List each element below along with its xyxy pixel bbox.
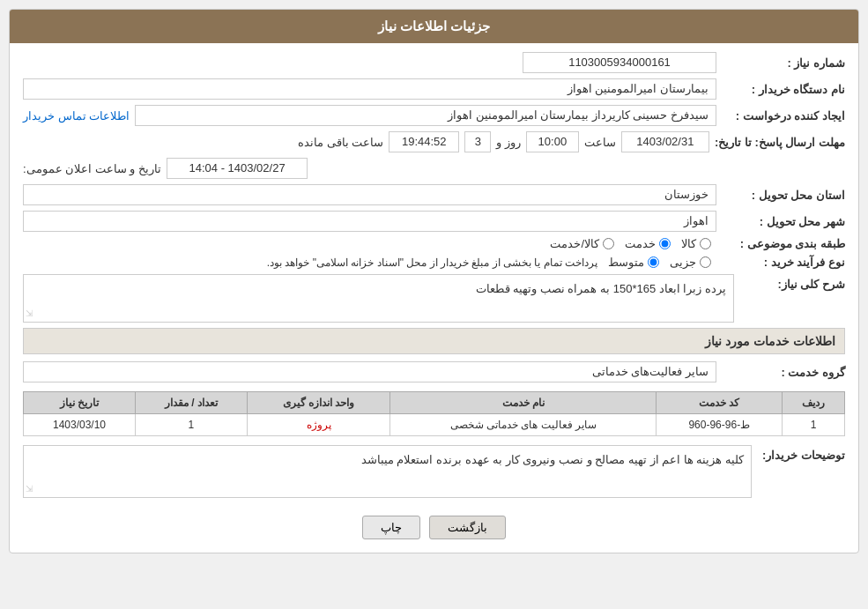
services-table: ردیف کد خدمت نام خدمت واحد اندازه گیری ت… (23, 391, 845, 436)
tawzih-row: توضیحات خریدار: کلیه هزینه ها اعم از تهی… (23, 445, 845, 498)
grooh-value: سایر فعالیت‌های خدماتی (23, 361, 716, 382)
nowpfrayand-label: نوع فرآیند خرید : (722, 256, 845, 269)
shomara-niaz-value: 1103005934000161 (523, 52, 716, 73)
sharh-value: پرده زبرا ابعاد 165*150 به همراه نصب وته… (23, 274, 734, 323)
radio-khadamat-input[interactable] (659, 238, 671, 249)
col-kod: کد خدمت (657, 392, 783, 414)
shahr-value: اهواز (23, 211, 716, 232)
table-cell: سایر فعالیت های خدماتی شخصی (390, 414, 657, 436)
table-row: 1ط-96-96-960سایر فعالیت های خدماتی شخصیپ… (24, 414, 845, 436)
table-cell: پروژه (247, 414, 390, 436)
sharh-row: شرح کلی نیاز: پرده زبرا ابعاد 165*150 به… (23, 274, 845, 323)
table-cell: 1403/03/10 (24, 414, 136, 436)
tawzih-value: کلیه هزینه ها اعم از تهیه مصالح و نصب ون… (23, 445, 752, 498)
nam-dastgah-value: بیمارستان امیرالمومنین اهواز (23, 78, 716, 100)
mohlat-roz-label: روز و (496, 136, 521, 149)
page-title: جزئیات اطلاعات نیاز (378, 19, 490, 33)
col-nam: نام خدمت (390, 392, 657, 414)
tarikh-elan-row: 1403/02/27 - 14:04 تاریخ و ساعت اعلان عم… (23, 158, 845, 179)
tabaqe-label: طبقه بندی موضوعی : (722, 237, 845, 250)
chap-button[interactable]: چاپ (362, 516, 420, 539)
mohlat-roz: 3 (464, 131, 491, 152)
shahr-label: شهر محل تحویل : (722, 215, 845, 228)
tarikh-elan-value: 1403/02/27 - 14:04 (167, 158, 308, 179)
page-wrapper: جزئیات اطلاعات نیاز شماره نیاز : 1103005… (0, 0, 868, 609)
grooh-label: گروه خدمت : (722, 366, 845, 379)
mohlat-time: 10:00 (526, 131, 579, 152)
resize-icon-2: ⇲ (26, 482, 33, 495)
grooh-row: گروه خدمت : سایر فعالیت‌های خدماتی (23, 361, 845, 382)
radio-jozee-input[interactable] (700, 256, 711, 268)
mohlat-date: 1403/02/31 (621, 131, 709, 152)
ijad-konande-label: ایجاد کننده درخواست : (722, 109, 845, 123)
tarikh-elan-label: تاریخ و ساعت اعلان عمومی: (23, 162, 161, 175)
ostan-row: استان محل تحویل : خوزستان (23, 184, 845, 205)
col-radif: ردیف (783, 392, 845, 414)
table-cell: 1 (135, 414, 247, 436)
sharh-label: شرح کلی نیاز: (739, 274, 845, 291)
radio-kala-label: کالا (681, 237, 696, 250)
tawzih-label: توضیحات خریدار: (757, 445, 845, 462)
radio-motawaset-input[interactable] (648, 256, 659, 268)
shomara-niaz-label: شماره نیاز : (722, 56, 845, 70)
ostan-label: استان محل تحویل : (722, 189, 845, 202)
main-card: جزئیات اطلاعات نیاز شماره نیاز : 1103005… (9, 9, 859, 553)
card-body: شماره نیاز : 1103005934000161 نام دستگاه… (10, 43, 858, 553)
col-tarikh: تاریخ نیاز (24, 392, 136, 414)
radio-kala-khadamat-input[interactable] (603, 238, 614, 249)
radio-khadamat-label: خدمت (625, 237, 656, 250)
table-cell: 1 (783, 414, 845, 436)
mohlat-time-label: ساعت (584, 136, 616, 149)
radio-motawaset-option: متوسط (608, 256, 659, 269)
mohlat-baqi-label: ساعت باقی مانده (298, 136, 383, 149)
shahr-row: شهر محل تحویل : اهواز (23, 211, 845, 232)
radio-motawaset-label: متوسط (608, 256, 644, 269)
radio-jozee-option: جزیی (670, 256, 711, 269)
ettelaat-tamas-link[interactable]: اطلاعات تماس خریدار (23, 109, 130, 123)
mohlat-row: مهلت ارسال پاسخ: تا تاریخ: 1403/02/31 سا… (23, 131, 845, 152)
table-cell: ط-96-96-960 (657, 414, 783, 436)
tabaqe-row: طبقه بندی موضوعی : کالا خدمت کالا/خدمت (23, 237, 845, 250)
nowpfrayand-row: نوع فرآیند خرید : جزیی متوسط پرداخت تمام… (23, 256, 845, 269)
ijad-konande-row: ایجاد کننده درخواست : سیدفرخ حسینی کاریر… (23, 105, 845, 126)
shomara-niaz-row: شماره نیاز : 1103005934000161 (23, 52, 845, 73)
radio-kala-khadamat-label: کالا/خدمت (550, 237, 599, 250)
col-tedad: تعداد / مقدار (135, 392, 247, 414)
nam-dastgah-label: نام دستگاه خریدار : (722, 83, 845, 96)
radio-kala-input[interactable] (700, 238, 711, 249)
ostan-value: خوزستان (23, 184, 716, 205)
nam-dastgah-row: نام دستگاه خریدار : بیمارستان امیرالمومن… (23, 78, 845, 100)
card-header: جزئیات اطلاعات نیاز (10, 10, 858, 43)
nowpfrayand-desc: پرداخت تمام یا بخشی از مبلغ خریدار از مح… (267, 256, 597, 269)
resize-icon: ⇲ (26, 307, 33, 320)
radio-khadamat-option: خدمت (625, 237, 671, 250)
mohlat-saat: 19:44:52 (389, 131, 459, 152)
radio-jozee-label: جزیی (670, 256, 696, 269)
buttons-row: بازگشت چاپ (23, 507, 845, 544)
col-wahed: واحد اندازه گیری (247, 392, 390, 414)
radio-kala-khadamat-option: کالا/خدمت (550, 237, 614, 250)
bazgasht-button[interactable]: بازگشت (429, 516, 506, 539)
ettelaat-section-header: اطلاعات خدمات مورد نیاز (23, 328, 845, 354)
mohlat-label: مهلت ارسال پاسخ: تا تاریخ: (715, 136, 845, 149)
ijad-konande-value: سیدفرخ حسینی کاریرداز بیمارستان امیرالمو… (135, 105, 716, 126)
radio-kala-option: کالا (681, 237, 711, 250)
